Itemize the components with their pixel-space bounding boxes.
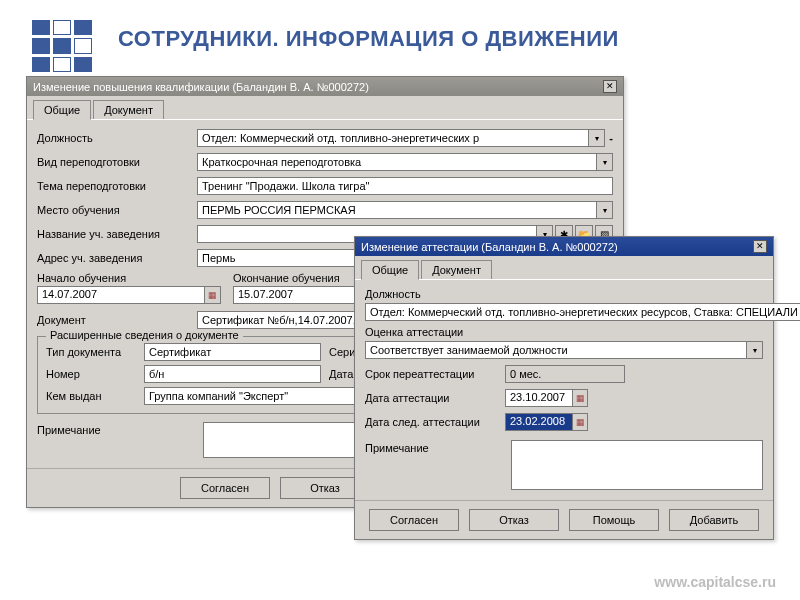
dropdown-icon[interactable]: ▾ — [597, 201, 613, 219]
remove-icon[interactable]: - — [609, 132, 613, 144]
label-number: Номер — [46, 368, 136, 380]
dropdown-icon[interactable]: ▾ — [589, 129, 605, 147]
start-date-field[interactable]: 14.07.2007 — [37, 286, 205, 304]
help-button[interactable]: Помощь — [569, 509, 659, 531]
label-issued-by: Кем выдан — [46, 390, 136, 402]
next-assess-date-field[interactable]: 23.02.2008 — [505, 413, 573, 431]
label-document: Документ — [37, 314, 197, 326]
label-doc-type: Тип документа — [46, 346, 136, 358]
calendar-icon[interactable]: ▦ — [573, 413, 588, 431]
titlebar-b[interactable]: Изменение аттестации (Баландин В. А. №00… — [355, 237, 773, 256]
fieldset-legend: Расширенные сведения о документе — [46, 329, 243, 341]
label-institution-name: Название уч. заведения — [37, 228, 197, 240]
assessment-field[interactable]: Соответствует занимаемой должности — [365, 341, 747, 359]
label-position: Должность — [37, 132, 197, 144]
label-assessment: Оценка аттестации — [365, 326, 763, 338]
dropdown-icon[interactable]: ▾ — [747, 341, 763, 359]
window-title-b: Изменение аттестации (Баландин В. А. №00… — [361, 241, 618, 253]
dropdown-icon[interactable]: ▾ — [597, 153, 613, 171]
tab-general[interactable]: Общие — [361, 260, 419, 280]
retraining-topic-field[interactable]: Тренинг "Продажи. Школа тигра" — [197, 177, 613, 195]
label-study-place: Место обучения — [37, 204, 197, 216]
position-field[interactable]: Отдел: Коммерческий отд. топливно-энерге… — [197, 129, 589, 147]
add-button[interactable]: Добавить — [669, 509, 759, 531]
number-field[interactable]: б/н — [144, 365, 321, 383]
label-note-b: Примечание — [365, 440, 505, 454]
ok-button[interactable]: Согласен — [180, 477, 270, 499]
logo — [32, 20, 92, 72]
label-retraining-type: Вид переподготовки — [37, 156, 197, 168]
position-field-b[interactable]: Отдел: Коммерческий отд. топливно-энерге… — [365, 303, 800, 321]
label-institution-addr: Адрес уч. заведения — [37, 252, 197, 264]
label-note: Примечание — [37, 422, 197, 436]
tab-document[interactable]: Документ — [93, 100, 164, 119]
ok-button[interactable]: Согласен — [369, 509, 459, 531]
label-next-assess-date: Дата след. аттестации — [365, 416, 505, 428]
label-start: Начало обучения — [37, 272, 221, 284]
page-title: СОТРУДНИКИ. ИНФОРМАЦИЯ О ДВИЖЕНИИ — [118, 26, 619, 52]
label-assess-date: Дата аттестации — [365, 392, 505, 404]
window-title-a: Изменение повышения квалификации (Баланд… — [33, 81, 369, 93]
calendar-icon[interactable]: ▦ — [573, 389, 588, 407]
doc-type-field[interactable]: Сертификат — [144, 343, 321, 361]
calendar-icon[interactable]: ▦ — [205, 286, 221, 304]
footer-url: www.capitalcse.ru — [654, 574, 776, 590]
titlebar-a[interactable]: Изменение повышения квалификации (Баланд… — [27, 77, 623, 96]
window-attestation: Изменение аттестации (Баландин В. А. №00… — [354, 236, 774, 540]
cancel-button[interactable]: Отказ — [469, 509, 559, 531]
note-field-b[interactable] — [511, 440, 763, 490]
assess-date-field[interactable]: 23.10.2007 — [505, 389, 573, 407]
close-icon[interactable]: ✕ — [753, 240, 767, 253]
study-place-field[interactable]: ПЕРМЬ РОССИЯ ПЕРМСКАЯ — [197, 201, 597, 219]
label-reassess-term: Срок переаттестации — [365, 368, 505, 380]
tab-general[interactable]: Общие — [33, 100, 91, 120]
retraining-type-field[interactable]: Краткосрочная переподготовка — [197, 153, 597, 171]
reassess-term-field: 0 мес. — [505, 365, 625, 383]
tab-document[interactable]: Документ — [421, 260, 492, 279]
close-icon[interactable]: ✕ — [603, 80, 617, 93]
tabs-b: Общие Документ — [355, 256, 773, 280]
tabs-a: Общие Документ — [27, 96, 623, 120]
label-retraining-topic: Тема переподготовки — [37, 180, 197, 192]
label-position-b: Должность — [365, 288, 763, 300]
